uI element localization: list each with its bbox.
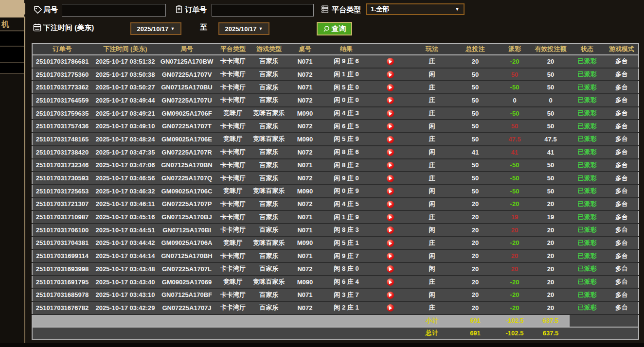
cell-status: 已派彩 <box>569 146 605 159</box>
cell-total-bet: 50 <box>453 120 497 133</box>
cell-payout: 19 <box>497 210 532 224</box>
cell-replay <box>370 81 411 94</box>
cell-round: GN07225A1707L <box>159 262 215 276</box>
total-row-total-bet: 691 <box>453 327 497 339</box>
cell-game-mode: 多台 <box>605 133 639 146</box>
cell-status: 已派彩 <box>569 249 605 262</box>
col-result: 结果 <box>323 43 370 55</box>
cell-replay <box>370 172 411 185</box>
cell-total-bet: 50 <box>453 159 497 172</box>
total-row-payout: -102.5 <box>497 327 532 339</box>
sidebar-item-ji[interactable]: 机 <box>0 17 24 31</box>
total-row-cell <box>370 327 411 339</box>
total-row-label: 总计 <box>411 327 453 339</box>
cell-table-no: N072 <box>287 68 323 81</box>
replay-video-icon[interactable] <box>387 123 394 130</box>
cell-table-no: M090 <box>287 185 323 198</box>
cell-round: GN07125A170BW <box>159 55 215 68</box>
replay-video-icon[interactable] <box>387 304 394 312</box>
replay-video-icon[interactable] <box>387 265 394 273</box>
cell-order: 251017031725653 <box>32 185 92 198</box>
cell-status: 已派彩 <box>569 237 605 250</box>
cell-replay <box>370 185 411 198</box>
cell-replay <box>370 237 411 250</box>
cell-valid-bet: 20 <box>532 55 569 68</box>
replay-video-icon[interactable] <box>387 214 394 221</box>
cell-platform: 竞咪厅 <box>215 107 251 120</box>
col-payout: 派彩 <box>497 43 532 55</box>
cell-bet-time: 2025-10-17 03:46:56 <box>92 172 159 185</box>
replay-video-icon[interactable] <box>387 58 394 65</box>
sidebar-item[interactable] <box>0 47 24 63</box>
search-icon <box>323 25 330 33</box>
chevron-down-icon: ▼ <box>455 3 460 15</box>
cell-platform: 卡卡湾厅 <box>215 224 251 237</box>
replay-video-icon[interactable] <box>387 226 394 234</box>
cell-game-mode: 多台 <box>605 94 639 107</box>
replay-video-icon[interactable] <box>387 162 394 169</box>
cell-order: 251017031685978 <box>32 288 92 301</box>
sidebar: 机 <box>0 0 25 347</box>
cell-valid-bet: 50 <box>532 68 569 81</box>
replay-video-icon[interactable] <box>387 188 394 195</box>
replay-video-icon[interactable] <box>387 175 394 182</box>
cell-total-bet: 50 <box>453 133 497 146</box>
sidebar-item[interactable] <box>0 63 24 74</box>
cell-table-no: N072 <box>287 172 323 185</box>
cell-order: 251017031748165 <box>32 133 92 146</box>
date-from-picker[interactable]: 2025/10/17 ▼ <box>130 22 181 35</box>
cell-replay <box>370 107 411 120</box>
cell-game-type: 百家乐 <box>251 172 287 185</box>
table-row: 2510170317213072025-10-17 03:46:11GN0722… <box>32 198 639 211</box>
cell-game-mode: 多台 <box>605 107 639 120</box>
replay-video-icon[interactable] <box>387 149 394 156</box>
cell-total-bet: 20 <box>453 288 497 301</box>
replay-video-icon[interactable] <box>387 84 394 91</box>
cell-game-type: 百家乐 <box>251 301 287 314</box>
replay-video-icon[interactable] <box>387 71 394 78</box>
table-row: 2510170317574362025-10-17 03:49:10GN0722… <box>32 120 639 133</box>
platform-type-select[interactable]: 1.全部 ▼ <box>366 3 465 15</box>
cell-platform: 卡卡湾厅 <box>215 159 251 172</box>
subtotal-row-valid-bet: 637.5 <box>532 314 569 327</box>
cell-bet-time: 2025-10-17 03:49:44 <box>92 94 159 107</box>
replay-video-icon[interactable] <box>387 136 394 143</box>
cell-order: 251017031730593 <box>32 172 92 185</box>
cell-status: 已派彩 <box>569 276 605 289</box>
cell-bet-time: 2025-10-17 03:48:24 <box>92 133 159 146</box>
cell-round: GN07125A170BU <box>159 81 215 94</box>
round-input[interactable] <box>62 4 166 17</box>
cell-order: 251017031704381 <box>32 237 92 250</box>
replay-video-icon[interactable] <box>387 292 394 299</box>
cell-payout: 20 <box>497 262 532 276</box>
subtotal-row-cell <box>251 314 287 327</box>
cell-status: 已派彩 <box>569 94 605 107</box>
replay-video-icon[interactable] <box>387 253 394 260</box>
cell-platform: 竞咪厅 <box>215 185 251 198</box>
cell-bet-time: 2025-10-17 03:42:29 <box>92 301 159 314</box>
replay-video-icon[interactable] <box>387 201 394 208</box>
order-input[interactable] <box>212 4 314 17</box>
cell-result: 闲 1 庄 0 <box>323 68 370 81</box>
cell-order: 251017031699114 <box>32 249 92 262</box>
total-row-cell <box>92 327 159 339</box>
replay-video-icon[interactable] <box>387 240 394 247</box>
cell-replay <box>370 262 411 276</box>
replay-video-icon[interactable] <box>387 278 394 286</box>
cell-table-no: N071 <box>287 224 323 237</box>
cell-table-no: M090 <box>287 107 323 120</box>
table-row: 2510170317645592025-10-17 03:49:44GN0722… <box>32 94 639 107</box>
sidebar-item[interactable] <box>0 32 24 47</box>
replay-video-icon[interactable] <box>387 110 394 117</box>
cell-order: 251017031710987 <box>32 210 92 224</box>
date-to-picker[interactable]: 2025/10/17 ▼ <box>218 22 269 35</box>
cell-total-bet: 50 <box>453 94 497 107</box>
cell-game-type: 竞咪百家乐 <box>251 185 287 198</box>
cell-game-mode: 多台 <box>605 249 639 262</box>
cell-replay <box>370 146 411 159</box>
replay-video-icon[interactable] <box>387 97 394 104</box>
query-button[interactable]: 查询 <box>317 22 352 35</box>
cell-replay <box>370 198 411 211</box>
cell-play-type: 庄 <box>411 133 453 146</box>
cell-valid-bet: 50 <box>532 159 569 172</box>
